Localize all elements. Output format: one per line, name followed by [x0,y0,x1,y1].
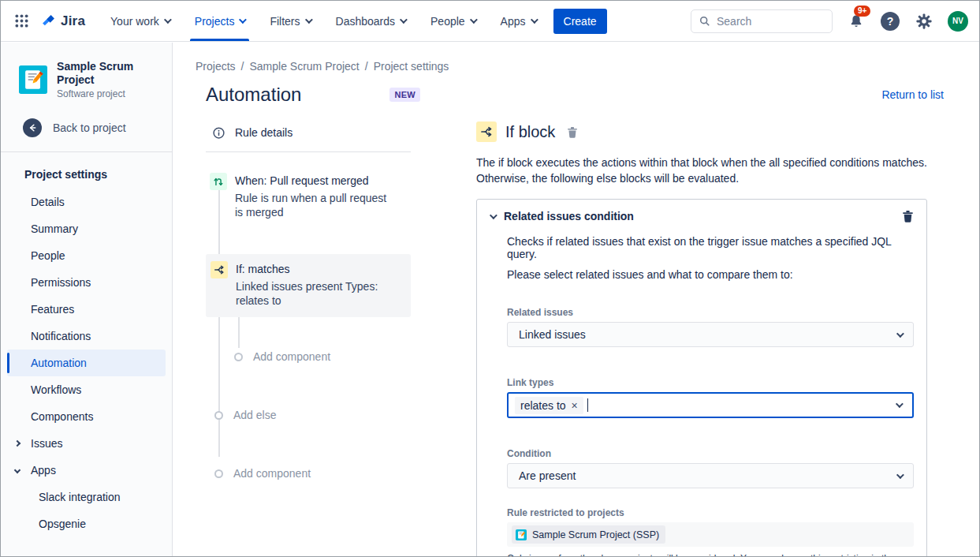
when-description: Rule is run when a pull request is merge… [235,191,397,219]
chain-item-text: When: Pull request merged Rule is run wh… [235,173,397,219]
nav-filters[interactable]: Filters [262,1,318,41]
app-switcher-icon[interactable] [10,10,32,32]
breadcrumb-project[interactable]: Sample Scrum Project [249,60,359,73]
chevron-down-icon [239,16,247,24]
rule-details-label: Rule details [235,126,293,139]
add-node-circle-icon [234,353,243,361]
sidebar-item-workflows[interactable]: Workflows [7,376,166,403]
if-title: If: matches [236,261,397,277]
create-button[interactable]: Create [553,9,607,34]
breadcrumb: Projects/Sample Scrum Project/Project se… [196,60,944,73]
chevron-down-icon [896,471,904,479]
sidebar-item-details[interactable]: Details [7,189,166,215]
sidebar-section-title: Project settings [1,160,172,189]
condition-body: Checks if related issues that exist on t… [490,235,914,556]
project-header[interactable]: Sample Scrum Project Software project [1,60,172,99]
jira-logo-icon [40,13,57,29]
search-input[interactable] [717,15,811,28]
sidebar-item-opsgenie[interactable]: Opsgenie [7,510,166,537]
sidebar-item-notifications[interactable]: Notifications [7,323,166,350]
nav-people[interactable]: People [423,1,483,41]
rule-chain: Rule details W [206,121,411,556]
notification-badge: 9+ [854,6,870,17]
add-component-label: Add component [233,467,311,480]
chain-item-text: If: matches Linked issues present Types:… [236,261,397,308]
branch-split-icon [211,261,228,278]
sidebar-item-apps[interactable]: Apps [7,457,166,484]
sidebar-item-label: Features [31,303,74,316]
sidebar-item-label: Summary [31,222,78,235]
nav-apps[interactable]: Apps [493,1,544,41]
delete-if-block-button[interactable] [567,126,578,138]
sidebar-item-summary[interactable]: Summary [7,215,166,242]
condition-select[interactable]: Are present [507,463,914,488]
condition-select-label: Condition [507,448,914,459]
primary-nav: Your work Projects Filters Dashboards Pe… [102,1,553,41]
help-button[interactable]: ? [880,11,900,32]
condition-title: Related issues condition [504,210,634,222]
chevron-down-icon [304,16,312,24]
sidebar-item-label: Apps [31,464,56,477]
sidebar-item-label: Notifications [31,330,91,342]
sidebar-item-issues[interactable]: Issues [7,430,166,457]
detail-description: The if block executes the actions within… [476,155,944,186]
back-label: Back to project [53,121,126,134]
settings-button[interactable] [914,11,934,32]
restriction-footnote: Only issues from the above projects will… [507,553,914,556]
link-types-label: Link types [507,377,914,388]
remove-tag-icon[interactable]: × [572,399,578,412]
link-types-multiselect[interactable]: relates to × [507,392,914,418]
sidebar-item-permissions[interactable]: Permissions [7,269,166,296]
collapse-chevron-icon[interactable] [490,211,497,219]
sidebar-item-label: Opsgenie [39,518,86,530]
jira-logo[interactable]: Jira [40,13,85,29]
breadcrumb-project-settings[interactable]: Project settings [374,60,449,73]
related-issues-value: Linked issues [519,328,586,341]
nav-your-work[interactable]: Your work [102,1,177,41]
sidebar-item-label: Workflows [31,383,81,396]
pull-request-icon [210,173,227,190]
rule-details-item[interactable]: Rule details [206,121,411,152]
nav-label: Apps [501,15,526,28]
trash-icon [567,126,578,138]
nav-dashboards[interactable]: Dashboards [328,1,414,41]
sidebar-item-slack-integration[interactable]: Slack integration [7,484,166,510]
top-navbar: Jira Your work Projects Filters Dashboar… [1,1,979,42]
breadcrumb-projects[interactable]: Projects [196,60,236,73]
condition-panel: Related issues condition Checks if relat… [476,199,927,556]
back-to-project[interactable]: Back to project [1,118,172,137]
condition-header: Related issues condition [490,210,914,222]
link-type-tag: relates to × [515,397,583,414]
sidebar-item-label: Permissions [31,276,91,289]
main-content: Projects/Sample Scrum Project/Project se… [173,43,979,556]
sidebar-item-label: People [31,249,65,262]
project-avatar-icon [19,64,47,95]
chain-item-when[interactable]: When: Pull request merged Rule is run wh… [206,173,411,219]
related-issues-select[interactable]: Linked issues [507,322,914,347]
sidebar-item-components[interactable]: Components [7,403,166,430]
detail-title: If block [505,123,555,141]
project-title-block: Sample Scrum Project Software project [57,60,162,99]
sidebar-item-label: Automation [31,357,87,369]
user-avatar[interactable]: NV [948,11,968,32]
add-component-nested-button[interactable]: Add component [234,350,411,363]
nav-projects[interactable]: Projects [187,1,253,41]
return-to-list-link[interactable]: Return to list [881,88,944,101]
add-component-button[interactable]: Add component [214,467,411,480]
if-description: Linked issues present Types: relates to [236,279,397,308]
add-else-button[interactable]: Add else [214,409,411,421]
chevron-down-icon [530,16,538,24]
add-node-circle-icon [214,411,223,420]
delete-condition-button[interactable] [902,210,914,222]
chain-item-if-selected[interactable]: If: matches Linked issues present Types:… [206,254,411,317]
sidebar-item-people[interactable]: People [7,242,166,269]
content-row: Rule details W [206,121,944,556]
project-type: Software project [57,88,162,99]
notifications-button[interactable]: 9+ [846,11,866,32]
sidebar-item-automation[interactable]: Automation [7,350,166,376]
chain-list: When: Pull request merged Rule is run wh… [206,173,411,480]
search-icon [699,16,710,27]
search-box[interactable] [691,9,833,33]
sidebar-item-features[interactable]: Features [7,296,166,323]
nav-label: People [430,15,465,28]
